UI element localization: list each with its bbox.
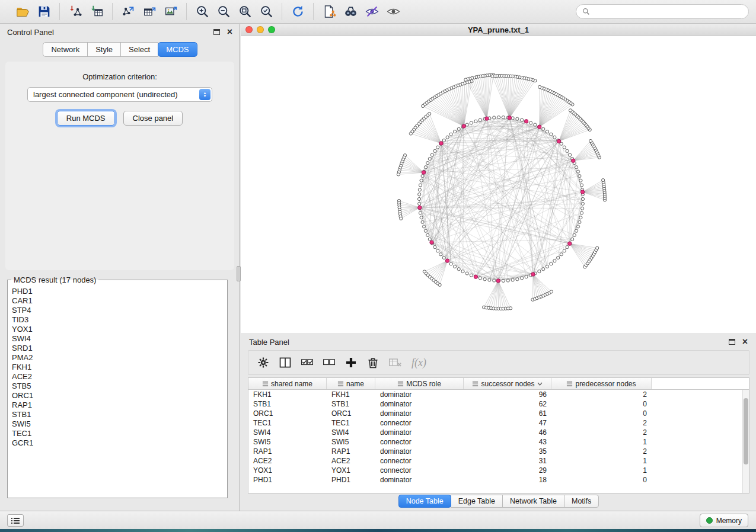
close-table-panel-icon[interactable]: × — [742, 337, 748, 347]
tab-motifs[interactable]: Motifs — [564, 495, 599, 508]
cell-predecessor-nodes[interactable]: 0 — [551, 400, 652, 408]
float-table-panel-icon[interactable] — [729, 339, 735, 345]
cell-predecessor-nodes[interactable]: 0 — [551, 476, 652, 484]
tab-edge-table[interactable]: Edge Table — [451, 495, 503, 508]
cell-shared-name[interactable]: TEC1 — [248, 419, 327, 427]
cell-shared-name[interactable]: SWI5 — [248, 438, 327, 446]
column-header-shared-name[interactable]: shared name — [248, 378, 327, 389]
find-button[interactable] — [340, 3, 361, 21]
cell-shared-name[interactable]: STB1 — [248, 400, 327, 408]
cell-name[interactable]: ORC1 — [327, 409, 375, 418]
memory-button[interactable]: Memory — [700, 514, 748, 527]
cell-predecessor-nodes[interactable]: 1 — [551, 438, 652, 446]
cell-shared-name[interactable]: SWI4 — [248, 428, 327, 437]
mcds-result-item[interactable]: RAP1 — [12, 400, 226, 410]
settings-button[interactable] — [254, 354, 272, 371]
cell-predecessor-nodes[interactable]: 1 — [551, 466, 652, 475]
maximize-window-button[interactable] — [268, 26, 275, 33]
cell-shared-name[interactable]: ACE2 — [248, 457, 327, 465]
tab-network-table[interactable]: Network Table — [502, 495, 564, 508]
function-builder-button[interactable]: f(x) — [412, 357, 426, 369]
mcds-result-item[interactable]: TEC1 — [12, 429, 226, 438]
cell-MCDS-role[interactable]: connector — [375, 438, 464, 446]
minimize-window-button[interactable] — [257, 26, 264, 33]
column-header-predecessor-nodes[interactable]: predecessor nodes — [551, 378, 652, 389]
tab-network[interactable]: Network — [43, 42, 88, 57]
mcds-result-item[interactable]: CAR1 — [12, 296, 226, 306]
mcds-result-item[interactable]: ACE2 — [12, 372, 226, 382]
cell-MCDS-role[interactable]: dominator — [375, 447, 464, 456]
zoom-selected-button[interactable] — [256, 3, 276, 21]
cell-name[interactable]: RAP1 — [327, 447, 375, 456]
mcds-result-item[interactable]: SRD1 — [12, 344, 226, 353]
close-window-button[interactable] — [245, 26, 253, 33]
cell-name[interactable]: STB1 — [327, 400, 375, 408]
select-all-button[interactable] — [298, 354, 316, 371]
cell-successor-nodes[interactable]: 29 — [464, 466, 551, 475]
tab-select[interactable]: Select — [120, 42, 158, 57]
mcds-result-item[interactable]: SWI4 — [12, 334, 226, 344]
zoom-in-button[interactable] — [192, 3, 212, 21]
cell-shared-name[interactable]: PHD1 — [248, 476, 327, 484]
cell-name[interactable]: SWI4 — [327, 428, 375, 437]
cell-shared-name[interactable]: RAP1 — [248, 447, 327, 456]
cell-MCDS-role[interactable]: dominator — [375, 409, 464, 418]
cell-name[interactable]: YOX1 — [327, 466, 375, 475]
search-input[interactable] — [594, 7, 742, 17]
cell-successor-nodes[interactable]: 18 — [464, 476, 551, 484]
mcds-result-item[interactable]: YOX1 — [12, 325, 226, 334]
cell-name[interactable]: TEC1 — [327, 419, 375, 427]
run-mcds-button[interactable]: Run MCDS — [57, 111, 115, 126]
cell-name[interactable]: FKH1 — [327, 390, 375, 399]
zoom-fit-button[interactable] — [235, 3, 255, 21]
export-network-button[interactable] — [118, 3, 138, 21]
cell-name[interactable]: SWI5 — [327, 438, 375, 446]
scrollbar-thumb[interactable] — [744, 398, 748, 464]
save-button[interactable] — [34, 3, 54, 21]
cell-MCDS-role[interactable]: dominator — [375, 428, 464, 437]
cell-MCDS-role[interactable]: connector — [375, 419, 464, 427]
tab-style[interactable]: Style — [87, 42, 121, 57]
cell-successor-nodes[interactable]: 96 — [464, 390, 551, 399]
cell-predecessor-nodes[interactable]: 2 — [551, 390, 652, 399]
close-panel-button[interactable]: Close panel — [123, 111, 183, 126]
mcds-result-item[interactable]: SWI5 — [12, 419, 226, 429]
cell-MCDS-role[interactable]: dominator — [375, 400, 464, 408]
column-header-MCDS-role[interactable]: MCDS role — [375, 378, 464, 389]
cell-successor-nodes[interactable]: 61 — [464, 409, 551, 418]
cell-shared-name[interactable]: FKH1 — [248, 390, 327, 399]
status-menu-button[interactable] — [7, 514, 24, 527]
export-image-button[interactable] — [161, 3, 181, 21]
cell-successor-nodes[interactable]: 47 — [464, 419, 551, 427]
table-scrollbar[interactable] — [742, 390, 749, 493]
open-file-button[interactable] — [12, 3, 33, 21]
cell-predecessor-nodes[interactable]: 0 — [551, 409, 652, 418]
cell-predecessor-nodes[interactable]: 2 — [551, 428, 652, 437]
cell-shared-name[interactable]: YOX1 — [248, 466, 327, 475]
cell-successor-nodes[interactable]: 62 — [464, 400, 551, 408]
mcds-result-item[interactable]: STP4 — [12, 306, 226, 315]
mcds-result-item[interactable]: FKH1 — [12, 363, 226, 372]
close-panel-icon[interactable]: × — [227, 27, 232, 37]
cell-shared-name[interactable]: ORC1 — [248, 409, 327, 418]
refresh-button[interactable] — [288, 3, 308, 21]
delete-table-button[interactable] — [386, 354, 404, 371]
mcds-result-item[interactable]: PMA2 — [12, 353, 226, 363]
export-table-button[interactable] — [139, 3, 160, 21]
delete-rows-button[interactable] — [364, 354, 382, 371]
cell-MCDS-role[interactable]: connector — [375, 466, 464, 475]
cell-successor-nodes[interactable]: 43 — [464, 438, 551, 446]
mcds-result-item[interactable]: ORC1 — [12, 391, 226, 400]
zoom-out-button[interactable] — [213, 3, 234, 21]
show-all-button[interactable] — [383, 3, 403, 21]
cell-successor-nodes[interactable]: 46 — [464, 428, 551, 437]
column-header-name[interactable]: name — [327, 378, 375, 389]
search-box[interactable] — [576, 4, 749, 19]
cell-name[interactable]: PHD1 — [327, 476, 375, 484]
network-from-selection-button[interactable] — [319, 3, 339, 21]
mcds-result-item[interactable]: PHD1 — [12, 287, 226, 296]
cell-predecessor-nodes[interactable]: 1 — [551, 457, 652, 465]
mcds-result-item[interactable]: STB1 — [12, 410, 226, 419]
import-table-button[interactable] — [87, 3, 107, 21]
mcds-result-item[interactable]: TID3 — [12, 315, 226, 325]
